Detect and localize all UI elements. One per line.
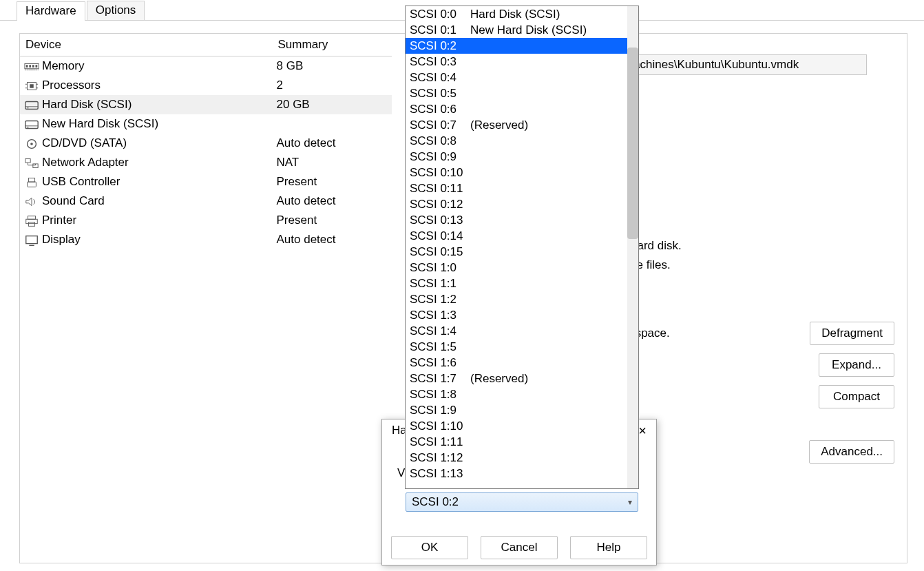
dropdown-option[interactable]: SCSI 0:14 — [406, 228, 638, 244]
dropdown-option[interactable]: SCSI 0:11 — [406, 180, 638, 196]
dropdown-option-label: SCSI 0:13 — [410, 214, 470, 227]
device-row[interactable]: Processors2 — [20, 76, 392, 95]
svg-rect-15 — [25, 121, 38, 128]
dropdown-scrollbar-thumb[interactable] — [627, 48, 638, 239]
dropdown-option-label: SCSI 0:1 — [410, 23, 470, 37]
svg-rect-12 — [25, 101, 38, 109]
dropdown-option[interactable]: SCSI 1:11 — [406, 434, 638, 450]
ok-button[interactable]: OK — [391, 536, 468, 559]
device-name: Printer — [42, 214, 76, 227]
dropdown-option[interactable]: SCSI 0:10 — [406, 165, 638, 180]
dropdown-option[interactable]: SCSI 1:8 — [406, 386, 638, 402]
dropdown-option[interactable]: SCSI 0:7(Reserved) — [406, 117, 638, 133]
prn-icon — [24, 215, 39, 227]
hdd-icon — [24, 118, 39, 131]
dropdown-option-extra: Hard Disk (SCSI) — [470, 8, 560, 21]
snd-icon — [24, 196, 39, 208]
dropdown-option[interactable]: SCSI 0:15 — [406, 244, 638, 260]
compact-button[interactable]: Compact — [819, 385, 894, 408]
device-row[interactable]: CD/DVD (SATA)Auto detect — [20, 134, 392, 153]
disk-file-path[interactable]: Machines\Kubuntu\Kubuntu.vmdk — [619, 54, 867, 75]
dropdown-option-label: SCSI 1:8 — [410, 388, 470, 402]
dropdown-option[interactable]: SCSI 1:7(Reserved) — [406, 371, 638, 386]
advanced-button[interactable]: Advanced... — [809, 440, 894, 464]
dropdown-option[interactable]: SCSI 1:6 — [406, 355, 638, 371]
device-name: Sound Card — [42, 194, 105, 207]
col-device[interactable]: Device — [20, 34, 273, 56]
expand-button[interactable]: Expand... — [819, 353, 894, 377]
device-row[interactable]: Sound CardAuto detect — [20, 191, 392, 211]
dropdown-option[interactable]: SCSI 0:9 — [406, 149, 638, 165]
dropdown-option-label: SCSI 0:6 — [410, 103, 470, 116]
tab-hardware[interactable]: Hardware — [17, 1, 85, 21]
dropdown-option[interactable]: SCSI 0:1New Hard Disk (SCSI) — [406, 22, 638, 38]
device-row[interactable]: Memory8 GB — [20, 56, 392, 76]
dropdown-option-label: SCSI 0:8 — [410, 134, 470, 148]
dsp-icon — [24, 234, 39, 247]
device-row[interactable]: DisplayAuto detect — [20, 230, 392, 249]
tab-options[interactable]: Options — [87, 1, 145, 20]
dropdown-option[interactable]: SCSI 1:4 — [406, 323, 638, 339]
dropdown-option-extra: (Reserved) — [470, 118, 528, 132]
dropdown-option[interactable]: SCSI 1:1 — [406, 276, 638, 291]
dropdown-option[interactable]: SCSI 0:6 — [406, 101, 638, 117]
dropdown-option[interactable]: SCSI 1:3 — [406, 307, 638, 323]
dropdown-option[interactable]: SCSI 0:13 — [406, 212, 638, 228]
dropdown-option[interactable]: SCSI 0:12 — [406, 196, 638, 212]
dropdown-option-label: SCSI 1:13 — [410, 467, 470, 481]
dropdown-option[interactable]: SCSI 0:3 — [406, 54, 638, 70]
dropdown-option-label: SCSI 0:12 — [410, 198, 470, 211]
device-row[interactable]: USB ControllerPresent — [20, 172, 392, 191]
dropdown-option-label: SCSI 0:9 — [410, 150, 470, 164]
cpu-icon — [24, 80, 39, 92]
dropdown-option[interactable]: SCSI 1:10 — [406, 418, 638, 434]
device-summary — [273, 114, 392, 134]
dropdown-option-label: SCSI 0:4 — [410, 71, 470, 85]
disk-info-line1: is hard disk. — [619, 239, 908, 253]
svg-point-14 — [28, 107, 29, 108]
device-name: Memory — [42, 59, 84, 72]
dropdown-option-label: SCSI 1:9 — [410, 404, 470, 417]
svg-point-19 — [30, 143, 33, 145]
dropdown-option[interactable]: SCSI 0:4 — [406, 70, 638, 85]
svg-rect-22 — [28, 178, 34, 182]
dropdown-option[interactable]: SCSI 1:13 — [406, 466, 638, 481]
cd-icon — [24, 138, 39, 150]
dropdown-option[interactable]: SCSI 1:0 — [406, 260, 638, 276]
device-summary: Present — [273, 172, 392, 191]
svg-rect-24 — [28, 216, 36, 219]
defragment-button[interactable]: Defragment — [810, 322, 894, 345]
dropdown-option[interactable]: SCSI 1:2 — [406, 291, 638, 307]
dropdown-option-label: SCSI 0:10 — [410, 166, 470, 180]
device-row[interactable]: Hard Disk (SCSI)20 GB — [20, 95, 392, 114]
dropdown-option[interactable]: SCSI 0:5 — [406, 85, 638, 101]
svg-rect-2 — [29, 65, 31, 68]
device-row[interactable]: PrinterPresent — [20, 211, 392, 230]
dropdown-option-label: SCSI 1:1 — [410, 277, 470, 291]
dropdown-option[interactable]: SCSI 0:0Hard Disk (SCSI) — [406, 6, 638, 22]
dropdown-option[interactable]: SCSI 1:9 — [406, 402, 638, 418]
dropdown-option[interactable]: SCSI 0:8 — [406, 133, 638, 149]
device-row[interactable]: New Hard Disk (SCSI) — [20, 114, 392, 134]
cancel-button[interactable]: Cancel — [481, 536, 558, 559]
ram-icon — [24, 61, 39, 73]
dropdown-option-label: SCSI 0:11 — [410, 182, 470, 196]
device-summary: NAT — [273, 153, 392, 172]
device-summary: Present — [273, 211, 392, 230]
col-summary[interactable]: Summary — [273, 34, 392, 56]
dropdown-option[interactable]: SCSI 1:12 — [406, 450, 638, 466]
dropdown-option-label: SCSI 1:2 — [410, 293, 470, 307]
dropdown-option-label: SCSI 0:2 — [410, 39, 470, 53]
dropdown-option-label: SCSI 1:3 — [410, 309, 470, 322]
virtual-device-node-combo[interactable]: SCSI 0:2 ▾ — [406, 492, 638, 512]
device-row[interactable]: Network AdapterNAT — [20, 153, 392, 172]
device-name: CD/DVD (SATA) — [42, 136, 127, 149]
dropdown-option[interactable]: SCSI 0:2 — [406, 38, 638, 54]
help-button[interactable]: Help — [570, 536, 647, 559]
device-name: Hard Disk (SCSI) — [42, 98, 132, 111]
device-name: New Hard Disk (SCSI) — [42, 117, 158, 130]
dropdown-option[interactable]: SCSI 1:5 — [406, 339, 638, 355]
svg-rect-23 — [28, 182, 36, 187]
scsi-node-dropdown[interactable]: SCSI 0:0Hard Disk (SCSI)SCSI 0:1New Hard… — [405, 6, 639, 489]
dropdown-option-label: SCSI 1:6 — [410, 356, 470, 370]
